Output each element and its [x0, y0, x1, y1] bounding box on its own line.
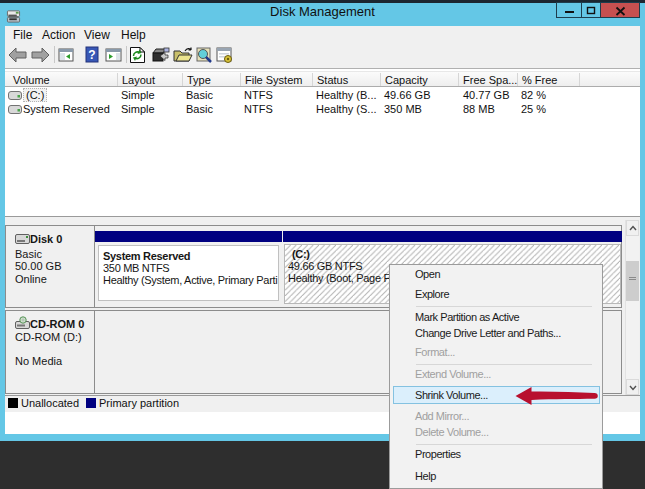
svg-text:?: ? [88, 48, 95, 62]
